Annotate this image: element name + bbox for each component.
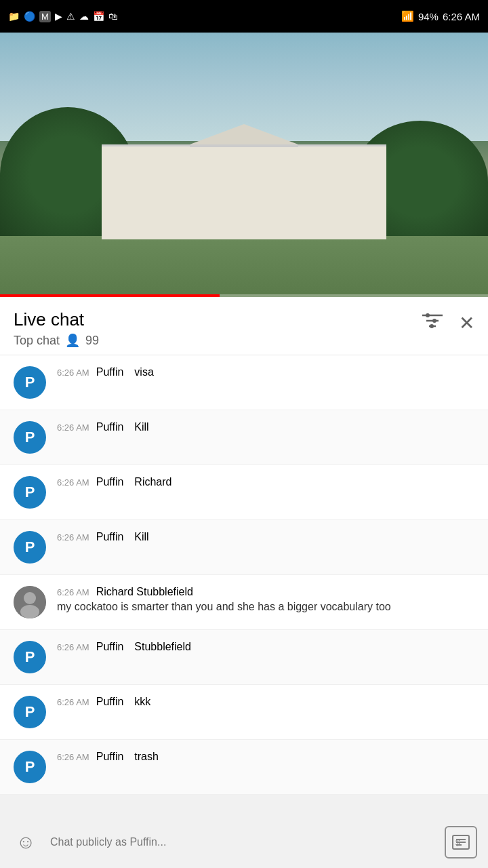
message-content: 6:26 AM Puffin trash <box>57 751 474 764</box>
message-text: Stubblefield <box>134 641 191 653</box>
message-text: visa <box>134 366 153 378</box>
viewers-icon: 👤 <box>65 333 80 348</box>
message-text: Richard <box>134 476 171 488</box>
live-chat-title: Live chat <box>14 309 99 330</box>
message-meta: 6:26 AM Richard Stubblefield <box>57 586 474 598</box>
top-chat-label[interactable]: Top chat <box>14 334 60 348</box>
chat-message: P 6:26 AM Puffin Kill <box>0 410 488 465</box>
svg-point-3 <box>426 313 430 317</box>
svg-point-5 <box>430 324 434 328</box>
message-time: 6:26 AM <box>57 422 89 433</box>
message-content: 6:26 AM Puffin kkk <box>57 696 474 709</box>
message-content: 6:26 AM Richard Stubblefield my cockatoo… <box>57 586 474 614</box>
message-text: trash <box>134 751 159 763</box>
bag-icon: 🛍 <box>108 11 118 22</box>
video-player[interactable] <box>0 33 488 297</box>
status-bar: 📁 🔵 M ▶ ⚠ ☁ 📅 🛍 📶 94% 6:26 AM <box>0 0 488 33</box>
youtube-icon: ▶ <box>55 11 62 22</box>
emoji-icon: ☺ <box>16 831 36 853</box>
message-meta: 6:26 AM Puffin Kill <box>57 531 474 543</box>
chat-message: P 6:26 AM Puffin trash <box>0 740 488 795</box>
message-text: Kill <box>134 421 148 433</box>
ground <box>0 236 488 297</box>
message-author: Puffin <box>96 421 124 433</box>
message-time: 6:26 AM <box>57 697 89 707</box>
message-meta: 6:26 AM Puffin trash <box>57 751 474 763</box>
message-content: 6:26 AM Puffin Richard <box>57 476 474 490</box>
send-message-button[interactable]: $ <box>445 826 477 859</box>
chat-message: P 6:26 AM Puffin visa <box>0 355 488 410</box>
filter-button[interactable] <box>422 313 443 334</box>
chat-header: Live chat Top chat 👤 99 ✕ <box>0 297 488 355</box>
avatar: P <box>14 476 46 509</box>
message-content: 6:26 AM Puffin visa <box>57 366 474 380</box>
message-body: my cockatoo is smarter than you and she … <box>57 599 474 614</box>
chat-messages-list: P 6:26 AM Puffin visa P 6:26 AM Puffin K… <box>0 355 488 795</box>
message-time: 6:26 AM <box>57 368 89 378</box>
warning-icon: ⚠ <box>66 11 75 22</box>
message-time: 6:26 AM <box>57 532 89 542</box>
close-chat-button[interactable]: ✕ <box>459 312 474 334</box>
status-right: 📶 94% 6:26 AM <box>401 10 480 22</box>
svg-point-8 <box>20 605 39 618</box>
chat-message: 6:26 AM Richard Stubblefield my cockatoo… <box>0 575 488 630</box>
live-chat-panel: Live chat Top chat 👤 99 ✕ <box>0 297 488 795</box>
avatar: P <box>14 531 46 564</box>
message-text: Kill <box>134 531 148 543</box>
chat-input-field[interactable] <box>50 827 435 857</box>
cloud-icon: ☁ <box>79 11 89 22</box>
message-time: 6:26 AM <box>57 587 89 597</box>
svg-point-4 <box>432 319 436 323</box>
chat-header-left: Live chat Top chat 👤 99 <box>14 309 99 348</box>
message-content: 6:26 AM Puffin Stubblefield <box>57 641 474 654</box>
video-progress-fill <box>0 294 220 297</box>
whitehouse-portico <box>190 144 298 199</box>
message-meta: 6:26 AM Puffin Stubblefield <box>57 641 474 653</box>
message-author: Puffin <box>96 366 124 378</box>
svg-point-7 <box>24 592 36 604</box>
video-background <box>0 33 488 297</box>
folder-icon: 📁 <box>8 11 20 22</box>
status-left: 📁 🔵 M ▶ ⚠ ☁ 📅 🛍 <box>8 11 118 22</box>
message-author: Richard Stubblefield <box>96 586 193 598</box>
notification-m-icon: M <box>39 11 51 22</box>
chat-input-area: ☺ $ <box>0 816 488 868</box>
message-author: Puffin <box>96 751 124 763</box>
message-author: Puffin <box>96 531 124 543</box>
message-time: 6:26 AM <box>57 752 89 762</box>
avatar: P <box>14 641 46 673</box>
chat-message: P 6:26 AM Puffin Stubblefield <box>0 630 488 685</box>
calendar-icon: 📅 <box>93 11 104 22</box>
avatar: P <box>14 751 46 783</box>
chat-message: P 6:26 AM Puffin Richard <box>0 465 488 520</box>
avatar <box>14 586 46 618</box>
battery-text: 94% <box>418 11 439 22</box>
message-author: Puffin <box>96 476 124 488</box>
message-content: 6:26 AM Puffin Kill <box>57 531 474 545</box>
top-chat-row: Top chat 👤 99 <box>14 333 99 348</box>
chat-header-right: ✕ <box>422 312 474 334</box>
message-meta: 6:26 AM Puffin Richard <box>57 476 474 488</box>
message-meta: 6:26 AM Puffin kkk <box>57 696 474 708</box>
whitehouse-roof <box>190 124 298 144</box>
time-display: 6:26 AM <box>443 11 480 22</box>
wifi-icon: 📶 <box>401 10 414 22</box>
viewers-count: 99 <box>85 334 99 348</box>
chat-message: P 6:26 AM Puffin kkk <box>0 685 488 740</box>
emoji-button[interactable]: ☺ <box>11 827 41 857</box>
message-meta: 6:26 AM Puffin visa <box>57 366 474 378</box>
message-content: 6:26 AM Puffin Kill <box>57 421 474 435</box>
message-author: Puffin <box>96 696 124 708</box>
message-text: kkk <box>134 696 150 708</box>
avatar: P <box>14 696 46 728</box>
message-time: 6:26 AM <box>57 642 89 652</box>
avatar: P <box>14 366 46 399</box>
chat-message: P 6:26 AM Puffin Kill <box>0 520 488 575</box>
message-time: 6:26 AM <box>57 477 89 488</box>
message-meta: 6:26 AM Puffin Kill <box>57 421 474 433</box>
message-author: Puffin <box>96 641 124 653</box>
sync-icon: 🔵 <box>24 11 35 22</box>
video-progress-bar[interactable] <box>0 294 488 297</box>
avatar: P <box>14 421 46 454</box>
